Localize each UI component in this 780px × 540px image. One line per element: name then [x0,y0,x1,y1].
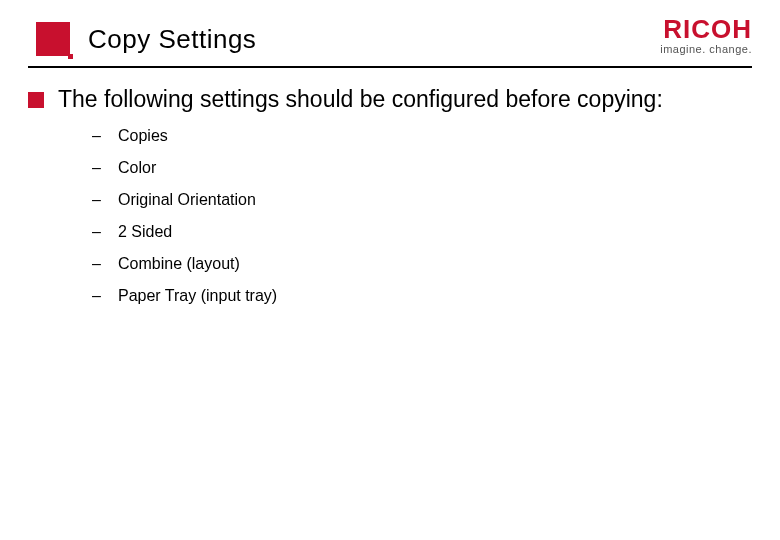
dash-icon: – [92,287,102,305]
list-item-label: Combine (layout) [118,255,240,273]
square-bullet-icon [28,92,44,108]
list-item-label: Copies [118,127,168,145]
list-item-label: Paper Tray (input tray) [118,287,277,305]
list-item: – Original Orientation [92,191,752,209]
title-bullet-icon [36,22,70,56]
content-area: The following settings should be configu… [0,68,780,305]
intro-row: The following settings should be configu… [28,86,752,113]
list-item-label: 2 Sided [118,223,172,241]
list-item: – Color [92,159,752,177]
header: Copy Settings RICOH imagine. change. [0,0,780,62]
dash-icon: – [92,223,102,241]
brand-logo: RICOH [660,16,752,42]
dash-icon: – [92,191,102,209]
list-item: – 2 Sided [92,223,752,241]
list-item-label: Original Orientation [118,191,256,209]
intro-text: The following settings should be configu… [58,86,663,113]
brand-tagline: imagine. change. [660,43,752,55]
logo-block: RICOH imagine. change. [660,16,752,55]
list-item: – Paper Tray (input tray) [92,287,752,305]
list-item: – Copies [92,127,752,145]
title-block: Copy Settings [36,22,256,56]
dash-icon: – [92,159,102,177]
list-item-label: Color [118,159,156,177]
page-title: Copy Settings [88,24,256,55]
dash-icon: – [92,255,102,273]
settings-list: – Copies – Color – Original Orientation … [28,127,752,305]
list-item: – Combine (layout) [92,255,752,273]
dash-icon: – [92,127,102,145]
